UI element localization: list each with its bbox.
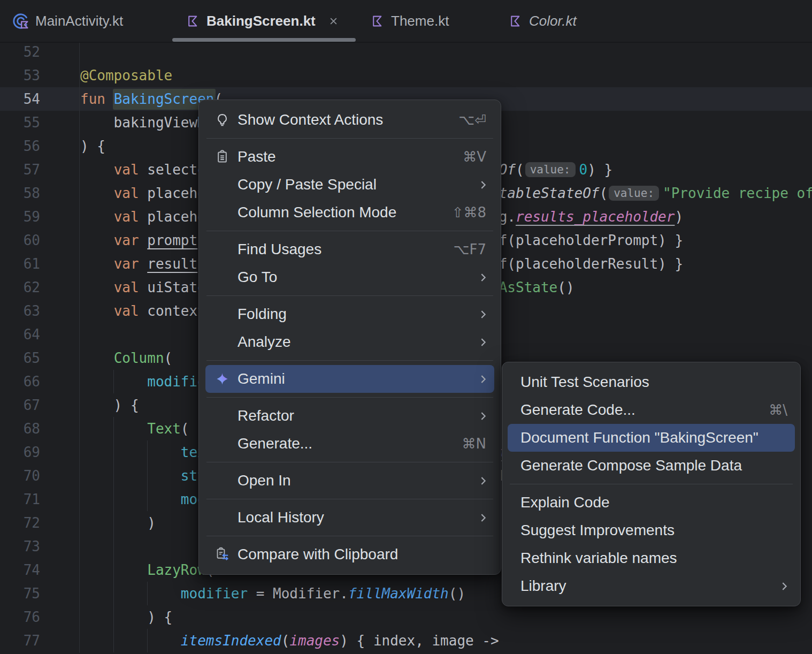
menu-shortcut: ⌘V xyxy=(463,149,486,165)
menu-item-analyze[interactable]: Analyze xyxy=(199,328,501,356)
chevron-right-icon xyxy=(480,513,486,522)
menu-separator xyxy=(206,462,493,462)
chevron-right-icon xyxy=(480,180,486,189)
menu-item-label: Local History xyxy=(238,509,324,526)
menu-separator xyxy=(206,231,493,231)
menu-item-folding[interactable]: Folding xyxy=(199,300,501,328)
menu-item-library[interactable]: Library xyxy=(502,572,800,600)
tab-label: BakingScreen.kt xyxy=(206,13,316,29)
menu-separator xyxy=(206,536,493,536)
code-line[interactable]: modifier = Modifier.fillMaxWidth() xyxy=(0,582,465,605)
menu-item-label: Compare with Clipboard xyxy=(238,546,398,563)
menu-item-label: Column Selection Mode xyxy=(238,204,396,221)
menu-item-refactor[interactable]: Refactor xyxy=(199,402,501,430)
menu-item-label: Find Usages xyxy=(238,241,321,258)
menu-item-generate-compose-sample-data[interactable]: Generate Compose Sample Data xyxy=(502,452,800,480)
menu-separator xyxy=(206,397,493,398)
code-line[interactable]: ) { xyxy=(0,134,105,158)
code-line[interactable]: fun BakingScreen( xyxy=(0,87,223,111)
lightbulb-icon xyxy=(215,113,229,127)
menu-item-column-selection-mode[interactable]: Column Selection Mode⇧⌘8 xyxy=(199,199,501,226)
menu-item-label: Gemini xyxy=(238,370,285,387)
chevron-right-icon xyxy=(480,338,486,347)
menu-separator xyxy=(510,484,793,484)
inlay-parameter-hint: value: xyxy=(609,186,659,201)
kotlin-file-icon xyxy=(509,14,522,28)
menu-separator xyxy=(206,295,493,296)
code-line[interactable] xyxy=(0,323,80,346)
menu-item-copy-paste-special[interactable]: Copy / Paste Special xyxy=(199,171,501,199)
menu-item-label: Folding xyxy=(238,306,287,323)
editor-tab-bar: MainActivity.ktBakingScreen.ktTheme.ktCo… xyxy=(0,0,812,43)
menu-item-label: Library xyxy=(520,577,566,595)
menu-item-label: Generate... xyxy=(238,435,312,452)
tab-label: MainActivity.kt xyxy=(35,13,123,29)
menu-item-find-usages[interactable]: Find Usages⌥F7 xyxy=(199,235,501,263)
tab-theme-kt[interactable]: Theme.kt xyxy=(357,0,449,42)
menu-shortcut: ⇧⌘8 xyxy=(452,204,486,220)
code-line[interactable] xyxy=(0,40,80,64)
menu-item-compare-with-clipboard[interactable]: Compare with Clipboard xyxy=(199,541,501,568)
tab-color-kt[interactable]: Color.kt xyxy=(495,0,577,42)
menu-shortcut: ⌥F7 xyxy=(454,241,486,257)
menu-separator xyxy=(206,360,493,361)
menu-item-explain-code[interactable]: Explain Code xyxy=(502,489,800,516)
code-line[interactable] xyxy=(0,535,80,558)
chevron-right-icon xyxy=(480,412,486,421)
menu-item-label: Rethink variable names xyxy=(520,550,677,567)
chevron-right-icon xyxy=(480,476,486,485)
kotlin-file-icon xyxy=(186,14,200,28)
menu-item-gemini[interactable]: Gemini xyxy=(205,365,494,393)
code-line[interactable]: Text( xyxy=(0,417,189,440)
menu-shortcut: ⌘N xyxy=(462,436,486,452)
menu-item-label: Document Function "BakingScreen" xyxy=(520,429,759,446)
menu-item-show-context-actions[interactable]: Show Context Actions⌥⏎ xyxy=(199,106,501,134)
menu-item-document-function-bakingscreen[interactable]: Document Function "BakingScreen" xyxy=(508,424,795,452)
code-line[interactable]: @Composable xyxy=(0,64,172,87)
chevron-right-icon xyxy=(480,310,486,319)
menu-item-label: Open In xyxy=(238,472,291,489)
menu-item-suggest-improvements[interactable]: Suggest Improvements xyxy=(502,516,800,544)
menu-shortcut: ⌥⏎ xyxy=(458,112,486,128)
compare-clipboard-icon xyxy=(215,547,229,562)
menu-item-local-history[interactable]: Local History xyxy=(199,504,501,531)
menu-item-generate[interactable]: Generate...⌘N xyxy=(199,430,501,458)
close-tab-icon[interactable] xyxy=(328,16,339,26)
tab-label: Color.kt xyxy=(529,13,577,29)
paste-icon xyxy=(215,150,229,164)
code-line[interactable]: ) { xyxy=(0,605,172,629)
tab-mainactivity-kt[interactable]: MainActivity.kt xyxy=(5,0,123,42)
menu-item-label: Explain Code xyxy=(520,494,610,511)
menu-item-label: Analyze xyxy=(238,333,291,351)
menu-item-label: Copy / Paste Special xyxy=(238,176,377,193)
menu-item-label: Generate Code... xyxy=(520,401,635,419)
menu-item-go-to[interactable]: Go To xyxy=(199,263,501,291)
menu-item-paste[interactable]: Paste⌘V xyxy=(199,143,501,171)
chevron-right-icon xyxy=(480,375,486,384)
code-line[interactable]: itemsIndexed(images) { index, image -> xyxy=(0,629,499,652)
inlay-parameter-hint: value: xyxy=(525,162,576,177)
gemini-submenu: Unit Test ScenariosGenerate Code...⌘\Doc… xyxy=(502,362,801,606)
menu-item-label: Go To xyxy=(238,269,277,286)
code-line[interactable]: LazyRow( xyxy=(0,558,214,582)
code-line[interactable]: Column( xyxy=(0,346,172,370)
menu-item-label: Paste xyxy=(238,148,276,165)
gemini-icon xyxy=(215,372,229,386)
chevron-right-icon xyxy=(480,273,486,282)
menu-item-label: Refactor xyxy=(238,407,294,424)
active-tab-indicator xyxy=(172,38,356,42)
menu-shortcut: ⌘\ xyxy=(769,402,787,418)
menu-item-open-in[interactable]: Open In xyxy=(199,467,501,495)
menu-item-unit-test-scenarios[interactable]: Unit Test Scenarios xyxy=(502,368,800,396)
tab-label: Theme.kt xyxy=(391,13,449,29)
code-line[interactable]: ) { xyxy=(0,393,139,417)
chevron-right-icon xyxy=(782,582,787,591)
menu-item-label: Suggest Improvements xyxy=(520,522,675,539)
menu-item-label: Show Context Actions xyxy=(238,111,383,128)
tab-bakingscreen-kt[interactable]: BakingScreen.kt xyxy=(172,0,356,42)
editor-context-menu: Show Context Actions⌥⏎Paste⌘VCopy / Past… xyxy=(198,100,501,575)
menu-item-rethink-variable-names[interactable]: Rethink variable names xyxy=(502,544,800,572)
menu-item-label: Unit Test Scenarios xyxy=(520,374,649,391)
menu-item-generate-code[interactable]: Generate Code...⌘\ xyxy=(502,396,800,424)
code-line[interactable]: ) xyxy=(0,511,156,535)
